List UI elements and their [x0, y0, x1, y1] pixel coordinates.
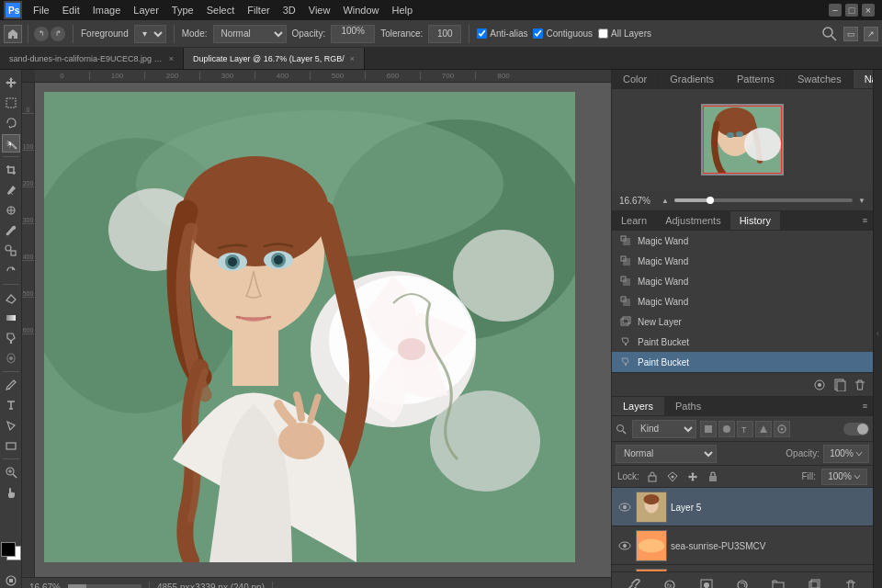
- layer-item-layer5[interactable]: Layer 5: [612, 488, 873, 526]
- close-button[interactable]: ×: [862, 4, 875, 17]
- history-brush-tool-btn[interactable]: [2, 262, 20, 280]
- history-item-6[interactable]: Paint Bucket: [612, 352, 873, 372]
- patterns-tab[interactable]: Patterns: [726, 70, 786, 88]
- adjustments-tab[interactable]: Adjustments: [656, 211, 730, 230]
- menu-image[interactable]: Image: [87, 3, 127, 17]
- mode-select[interactable]: Normal: [213, 25, 287, 43]
- layers-menu-btn[interactable]: ≡: [857, 398, 873, 414]
- new-document-btn[interactable]: [832, 378, 847, 392]
- filter-type-icon[interactable]: T: [737, 421, 753, 437]
- paint-bucket-tool-btn[interactable]: [2, 329, 20, 347]
- canvas[interactable]: [44, 92, 575, 562]
- filter-shape-icon[interactable]: [755, 421, 772, 437]
- search-icon[interactable]: [821, 26, 838, 42]
- minimize-button[interactable]: −: [829, 4, 842, 17]
- history-item-3[interactable]: Magic Wand: [612, 291, 873, 311]
- history-item-0[interactable]: Magic Wand: [612, 231, 873, 251]
- menu-view[interactable]: View: [303, 3, 336, 17]
- new-adjustment-btn[interactable]: [733, 576, 752, 589]
- healing-tool-btn[interactable]: [2, 201, 20, 220]
- marquee-tool-btn[interactable]: [2, 94, 20, 112]
- lasso-tool-btn[interactable]: [2, 114, 20, 132]
- layer-item-sunset-copy[interactable]: sea-sunset-LBPPL8H copy fx: [612, 565, 873, 571]
- layer-visibility-layer5[interactable]: [617, 500, 632, 514]
- zoom-decrease[interactable]: ▲: [662, 197, 669, 205]
- menu-help[interactable]: Help: [387, 3, 419, 17]
- right-panel-collapse[interactable]: ‹: [873, 70, 882, 588]
- maximize-button[interactable]: □: [845, 4, 858, 17]
- menu-layer[interactable]: Layer: [128, 3, 164, 17]
- blur-tool-btn[interactable]: [2, 349, 20, 368]
- move-tool-btn[interactable]: [2, 74, 20, 92]
- history-item-5[interactable]: Paint Bucket: [612, 332, 873, 352]
- history-item-2[interactable]: Magic Wand: [612, 271, 873, 291]
- layers-filter-toggle[interactable]: [843, 423, 869, 435]
- share-button[interactable]: ↗: [864, 27, 878, 41]
- zoom-increase[interactable]: ▼: [858, 197, 865, 205]
- all-layers-check[interactable]: All Layers: [598, 28, 651, 39]
- tab-0-close[interactable]: ×: [169, 54, 174, 63]
- history-item-1[interactable]: Magic Wand: [612, 251, 873, 271]
- link-layers-btn[interactable]: [625, 576, 643, 589]
- type-tool-btn[interactable]: [2, 396, 20, 414]
- lock-move-btn[interactable]: [685, 469, 700, 484]
- layers-tab[interactable]: Layers: [612, 397, 664, 415]
- tab-1[interactable]: Duplicate Layer @ 16.7% (Layer 5, RGB/ ×: [184, 48, 365, 69]
- gradient-tool-btn[interactable]: [2, 309, 20, 327]
- color-tab[interactable]: Color: [612, 70, 659, 88]
- menu-type[interactable]: Type: [166, 3, 199, 17]
- new-layer-btn[interactable]: [806, 576, 824, 589]
- brush-tool-btn[interactable]: [2, 221, 20, 240]
- eyedropper-tool-btn[interactable]: [2, 181, 20, 199]
- menu-select[interactable]: Select: [201, 3, 241, 17]
- contiguous-check[interactable]: Contiguous: [533, 28, 593, 39]
- quick-mask-btn[interactable]: [2, 571, 20, 588]
- tab-1-close[interactable]: ×: [350, 54, 355, 63]
- zoom-tool-btn[interactable]: [2, 463, 20, 481]
- shape-tool-btn[interactable]: [2, 436, 20, 455]
- gradients-tab[interactable]: Gradients: [659, 70, 726, 88]
- foreground-color[interactable]: [1, 542, 16, 557]
- history-menu-btn[interactable]: ≡: [857, 212, 873, 229]
- lock-pixels-btn[interactable]: [645, 469, 660, 484]
- new-snapshot-btn[interactable]: [812, 378, 827, 392]
- tab-0[interactable]: sand-dunes-in-california-E9UCEC8.jpg @ 2…: [0, 48, 184, 69]
- canvas-scroll[interactable]: 0 100 200 300 400 500 600 700 800 0 100 …: [22, 70, 611, 577]
- zoom-slider-thumb[interactable]: [707, 197, 714, 204]
- layer-item-sunrise[interactable]: sea-sunrise-PU3SMCV: [612, 526, 873, 565]
- menu-3d[interactable]: 3D: [277, 3, 301, 17]
- paths-tab[interactable]: Paths: [664, 397, 712, 415]
- pen-tool-btn[interactable]: [2, 376, 20, 394]
- lock-all-btn[interactable]: [706, 469, 720, 484]
- menu-filter[interactable]: Filter: [242, 3, 275, 17]
- crop-tool-btn[interactable]: [2, 161, 20, 179]
- magic-wand-tool-btn[interactable]: [2, 134, 20, 153]
- history-item-4[interactable]: New Layer: [612, 311, 873, 332]
- fill-value[interactable]: 100%: [821, 469, 867, 485]
- filter-pixel-icon[interactable]: [700, 421, 717, 437]
- path-selection-tool-btn[interactable]: [2, 416, 20, 435]
- learn-tab[interactable]: Learn: [612, 211, 656, 230]
- filter-smart-icon[interactable]: [774, 421, 790, 437]
- hand-tool-btn[interactable]: [2, 483, 20, 502]
- layer-visibility-sunrise[interactable]: [617, 538, 632, 553]
- mask-btn[interactable]: [697, 576, 716, 589]
- layers-kind-filter[interactable]: Kind: [632, 420, 696, 438]
- foreground-select[interactable]: ▾: [134, 25, 166, 43]
- panel-toggle-button[interactable]: ▭: [843, 27, 858, 41]
- opacity-value[interactable]: 100%: [823, 445, 869, 463]
- history-tab[interactable]: History: [730, 211, 780, 230]
- tolerance-input[interactable]: [428, 25, 461, 43]
- zoom-slider[interactable]: [674, 198, 853, 202]
- eraser-tool-btn[interactable]: [2, 288, 20, 307]
- clone-tool-btn[interactable]: [2, 242, 20, 260]
- menu-edit[interactable]: Edit: [57, 3, 85, 17]
- menu-file[interactable]: File: [28, 3, 55, 17]
- redo-button[interactable]: ↱: [51, 27, 65, 41]
- home-button[interactable]: [4, 25, 22, 43]
- lock-position-btn[interactable]: [665, 469, 680, 484]
- new-group-btn[interactable]: [769, 576, 787, 589]
- delete-layer-btn[interactable]: [842, 576, 860, 589]
- anti-alias-check[interactable]: Anti-alias: [477, 28, 527, 39]
- undo-button[interactable]: ↰: [34, 27, 49, 41]
